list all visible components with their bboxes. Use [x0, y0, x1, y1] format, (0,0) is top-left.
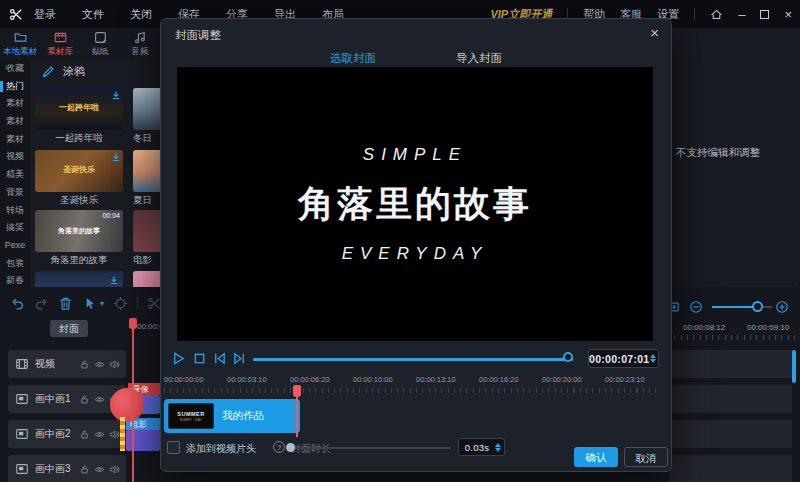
cover-adjust-modal: 封面调整 × 选取封面 导入封面 SIMPLE 角落里的故事 EVERYDAY … — [160, 18, 672, 472]
spinner-arrows[interactable] — [650, 354, 656, 363]
ruler-ticks[interactable] — [164, 388, 662, 393]
lock-icon[interactable] — [79, 464, 90, 475]
ruler-label: 00:00:23:10 — [605, 375, 645, 384]
media-thumbnail[interactable] — [133, 88, 160, 130]
tab-stickers[interactable]: 贴纸 — [80, 28, 120, 60]
category-item[interactable]: 素材 — [0, 95, 30, 113]
track-lane[interactable] — [670, 385, 792, 413]
cover-clip[interactable]: SUMMER EVERY · DAY 我的作品 — [164, 399, 300, 433]
section-title: 涂鸦 — [63, 64, 85, 79]
undo-icon[interactable] — [10, 296, 25, 311]
category-item[interactable]: 素材 — [0, 113, 30, 131]
duration-badge: 00:04 — [102, 212, 120, 219]
zoom-out-icon[interactable] — [689, 298, 703, 316]
close-icon[interactable]: × — [650, 24, 659, 41]
eye-icon[interactable] — [94, 394, 105, 405]
tab-media-library[interactable]: 素材库 — [40, 28, 80, 60]
seek-slider-track[interactable] — [253, 358, 573, 361]
duration-field[interactable]: 0.03s — [458, 438, 505, 456]
pip-icon — [15, 462, 29, 476]
track-lane[interactable] — [670, 455, 792, 482]
media-thumbnail[interactable] — [133, 271, 160, 287]
maximize-button[interactable] — [760, 8, 769, 21]
prev-frame-icon[interactable] — [212, 351, 227, 366]
clip-thumbnail: SUMMER EVERY · DAY — [168, 403, 214, 429]
film-icon — [15, 357, 29, 371]
category-funny[interactable]: 搞笑 — [0, 219, 30, 237]
cancel-button[interactable]: 取消 — [624, 447, 668, 467]
category-favorites[interactable]: 收藏 — [0, 60, 30, 78]
ruler-label: 00:00:16:20 — [479, 375, 519, 384]
ruler-label: 00:00:06:20 — [290, 375, 330, 384]
crosshair-icon[interactable] — [113, 296, 128, 311]
speaker-icon[interactable] — [109, 429, 120, 440]
ruler-label: 00:00:08:12 — [683, 323, 725, 332]
category-transition[interactable]: 转场 — [0, 202, 30, 220]
zoom-slider-handle[interactable] — [752, 301, 763, 312]
cover-button[interactable]: 封面 — [50, 320, 88, 337]
media-thumbnail[interactable] — [133, 210, 160, 252]
duration-slider-track[interactable] — [289, 447, 451, 449]
login-button[interactable]: 登录 — [34, 7, 56, 22]
cursor-tool-icon[interactable] — [82, 296, 97, 311]
eye-icon[interactable] — [94, 359, 105, 370]
preview-text-title: 角落里的故事 — [298, 180, 532, 229]
chevron-down-icon[interactable]: ▾ — [100, 299, 104, 308]
media-thumbnail[interactable] — [133, 150, 160, 192]
playhead-line[interactable] — [132, 318, 134, 482]
zoom-in-icon[interactable] — [775, 298, 789, 316]
trash-icon[interactable] — [58, 296, 73, 311]
lock-icon[interactable] — [79, 429, 90, 440]
brush-icon — [41, 65, 55, 79]
home-icon[interactable] — [710, 7, 723, 21]
media-thumbnail[interactable]: 角落里的故事 00:04 — [35, 210, 123, 252]
category-item[interactable]: 素材 — [0, 131, 30, 149]
duration-label: 封面时长 — [291, 442, 331, 456]
cover-preview: SIMPLE 角落里的故事 EVERYDAY — [177, 67, 653, 341]
preview-text-bottom: EVERYDAY — [342, 244, 489, 264]
track-row-pip3[interactable]: 画中画3 — [8, 455, 126, 482]
media-thumbnail[interactable]: 一起跨年啦 — [35, 88, 123, 130]
media-thumbnail[interactable] — [35, 271, 123, 287]
speaker-icon[interactable] — [109, 359, 120, 370]
minimize-button[interactable]: – — [738, 8, 745, 21]
tab-audio[interactable]: 音频 — [120, 28, 160, 60]
category-packaging[interactable]: 包装 — [0, 255, 30, 273]
eye-icon[interactable] — [94, 464, 105, 475]
close-window-button[interactable]: × — [784, 8, 792, 21]
play-icon[interactable] — [171, 351, 186, 366]
track-row-pip1[interactable]: 画中画1 — [8, 385, 126, 413]
next-frame-icon[interactable] — [232, 351, 247, 366]
category-background[interactable]: 背景 — [0, 184, 30, 202]
menu-close[interactable]: 关闭 — [130, 7, 152, 22]
clip-selected-edge[interactable] — [120, 417, 125, 451]
player-area: 不支持编辑和调整 — [672, 28, 800, 287]
lock-icon[interactable] — [79, 394, 90, 405]
tab-local-media[interactable]: 本地素材 — [0, 28, 40, 60]
speaker-icon[interactable] — [109, 464, 120, 475]
help-icon[interactable]: ? — [273, 441, 285, 453]
category-pexels[interactable]: Pexe — [0, 237, 30, 255]
category-newyear[interactable]: 新春 — [0, 272, 30, 287]
track-row-video[interactable]: 视频 — [8, 350, 126, 378]
confirm-button[interactable]: 确认 — [574, 447, 618, 467]
media-thumbnail[interactable]: 圣诞快乐 — [35, 150, 123, 192]
vertical-scrollbar[interactable] — [792, 350, 796, 383]
spinner-arrows[interactable] — [495, 443, 501, 452]
add-to-intro-checkbox[interactable] — [167, 441, 180, 454]
app-logo-scissors-icon — [9, 7, 24, 22]
track-lane[interactable] — [670, 350, 792, 378]
timecode-field[interactable]: 00:00:07:01 — [588, 349, 659, 368]
track-row-pip2[interactable]: 画中画2 — [8, 420, 126, 448]
category-hot[interactable]: 热门 — [0, 78, 30, 96]
menu-file[interactable]: 文件 — [82, 7, 104, 22]
eye-icon[interactable] — [94, 429, 105, 440]
category-video[interactable]: 视频 — [0, 148, 30, 166]
lock-icon[interactable] — [79, 359, 90, 370]
stop-icon[interactable] — [192, 351, 207, 366]
seek-slider-handle[interactable] — [563, 352, 573, 362]
redo-icon[interactable] — [34, 296, 49, 311]
track-lane[interactable] — [670, 420, 792, 448]
duration-slider-handle[interactable] — [286, 443, 295, 452]
category-item[interactable]: 精美 — [0, 166, 30, 184]
